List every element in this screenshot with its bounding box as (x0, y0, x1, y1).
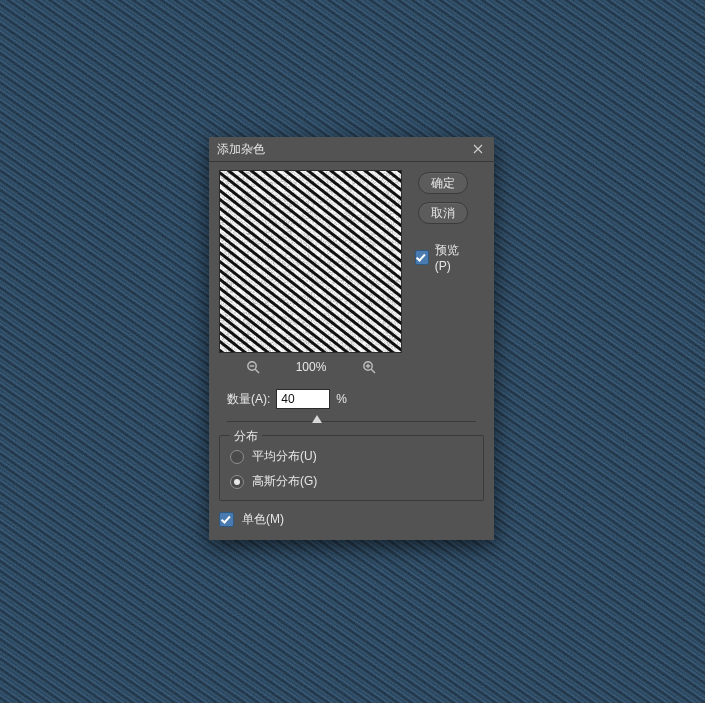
add-noise-dialog: 添加杂色 (209, 137, 494, 540)
zoom-in-button[interactable] (361, 359, 377, 375)
distribution-group: 分布 平均分布(U) 高斯分布(G) (219, 435, 484, 501)
distribution-uniform-label: 平均分布(U) (252, 448, 317, 465)
distribution-uniform-radio[interactable] (230, 450, 244, 464)
zoom-out-icon (246, 360, 260, 374)
dialog-button-column: 确定 取消 预览(P) (415, 170, 471, 273)
slider-track (227, 421, 476, 422)
dialog-title: 添加杂色 (217, 141, 470, 158)
preview-image[interactable] (219, 170, 402, 353)
distribution-gaussian-row[interactable]: 高斯分布(G) (230, 473, 473, 490)
amount-unit: % (336, 392, 347, 406)
monochrome-checkbox[interactable] (219, 512, 234, 527)
monochrome-label: 单色(M) (242, 511, 284, 528)
amount-slider[interactable] (227, 413, 476, 427)
zoom-controls: 100% (219, 359, 403, 375)
preview-checkbox-row[interactable]: 预览(P) (415, 242, 471, 273)
amount-input[interactable] (276, 389, 330, 409)
amount-row: 数量(A): % (219, 389, 484, 409)
zoom-in-icon (362, 360, 376, 374)
distribution-legend: 分布 (230, 428, 262, 445)
dialog-body: 100% 确定 取消 预览(P) 数量(A): % (209, 162, 494, 540)
svg-rect-9 (220, 171, 401, 352)
zoom-out-button[interactable] (245, 359, 261, 375)
distribution-uniform-row[interactable]: 平均分布(U) (230, 448, 473, 465)
preview-checkbox-label: 预览(P) (435, 242, 471, 273)
close-icon (472, 143, 484, 155)
ok-button[interactable]: 确定 (418, 172, 468, 194)
close-button[interactable] (470, 141, 486, 157)
preview-checkbox[interactable] (415, 250, 429, 265)
slider-thumb[interactable] (312, 415, 322, 423)
cancel-button[interactable]: 取消 (418, 202, 468, 224)
amount-label: 数量(A): (227, 391, 270, 408)
distribution-gaussian-label: 高斯分布(G) (252, 473, 317, 490)
zoom-level: 100% (291, 360, 331, 374)
monochrome-row[interactable]: 单色(M) (219, 511, 484, 528)
distribution-gaussian-radio[interactable] (230, 475, 244, 489)
dialog-titlebar[interactable]: 添加杂色 (209, 137, 494, 162)
